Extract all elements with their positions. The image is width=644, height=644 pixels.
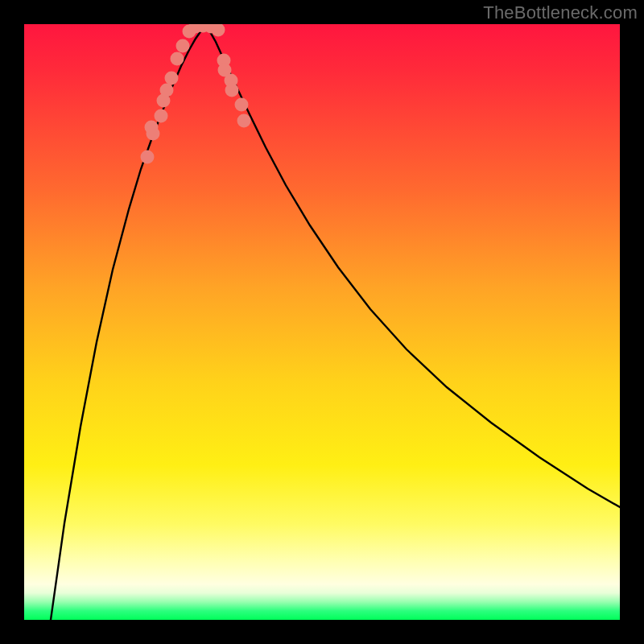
chart-dots-group: [141, 24, 251, 164]
chart-plot-area: [24, 24, 620, 620]
chart-dot: [155, 109, 168, 123]
chart-dot: [160, 84, 174, 97]
watermark-text: TheBottleneck.com: [483, 2, 638, 23]
chart-dot: [165, 72, 179, 85]
chart-dot: [212, 24, 225, 37]
chart-curve-left: [51, 26, 205, 620]
chart-dot: [237, 114, 251, 128]
chart-svg: [24, 24, 620, 620]
chart-dot: [145, 121, 159, 134]
chart-dot: [235, 98, 249, 112]
chart-dot: [176, 39, 190, 53]
chart-curve-right: [205, 26, 620, 507]
chart-dot: [225, 84, 239, 97]
chart-dot: [141, 151, 155, 164]
chart-dot: [171, 52, 184, 66]
